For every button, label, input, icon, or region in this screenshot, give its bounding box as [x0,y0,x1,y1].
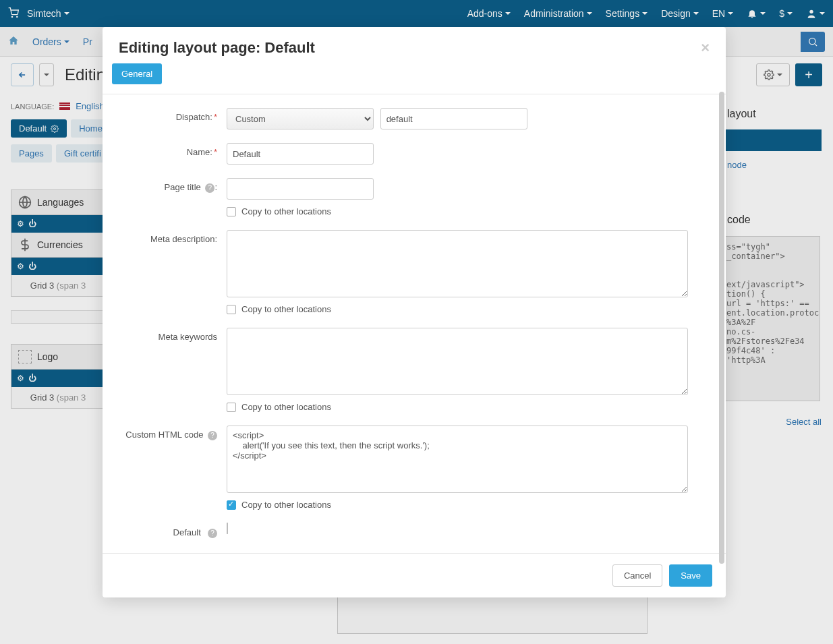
edit-layout-modal: Editing layout page: Default × General D… [103,27,726,597]
custom-html-label: Custom HTML code ? [119,426,227,510]
modal-title: Editing layout page: Default [119,39,315,57]
meta-keywords-textarea[interactable] [227,328,688,395]
copy-meta-keywords-checkbox[interactable] [227,403,236,412]
modal-close-button[interactable]: × [701,39,710,57]
tab-general[interactable]: General [112,63,162,84]
name-label: Name:* [119,143,227,165]
meta-description-label: Meta description: [119,230,227,314]
default-label: Default ? [119,523,227,538]
default-checkbox[interactable] [227,523,228,534]
modal-scrollbar[interactable] [719,92,724,564]
copy-meta-desc-checkbox[interactable] [227,305,236,314]
help-icon[interactable]: ? [208,529,217,538]
name-input[interactable] [227,143,374,165]
meta-keywords-label: Meta keywords [119,328,227,412]
meta-description-textarea[interactable] [227,230,688,297]
copy-label: Copy to other locations [241,206,331,216]
help-icon[interactable]: ? [205,183,214,193]
dispatch-select[interactable]: Custom [227,108,374,129]
page-title-input[interactable] [227,178,374,200]
copy-custom-html-checkbox[interactable] [227,500,236,510]
help-icon[interactable]: ? [208,431,217,440]
page-title-label: Page title ?: [119,178,227,216]
custom-html-textarea[interactable]: <script> alert('If you see this text, th… [227,426,688,493]
copy-label: Copy to other locations [241,304,331,314]
copy-page-title-checkbox[interactable] [227,207,236,216]
save-button[interactable]: Save [669,564,712,587]
copy-label: Copy to other locations [241,500,331,510]
cancel-button[interactable]: Cancel [612,564,662,587]
copy-label: Copy to other locations [241,402,331,412]
dispatch-label: Dispatch:* [119,108,227,129]
dispatch-text-input[interactable] [380,108,527,129]
